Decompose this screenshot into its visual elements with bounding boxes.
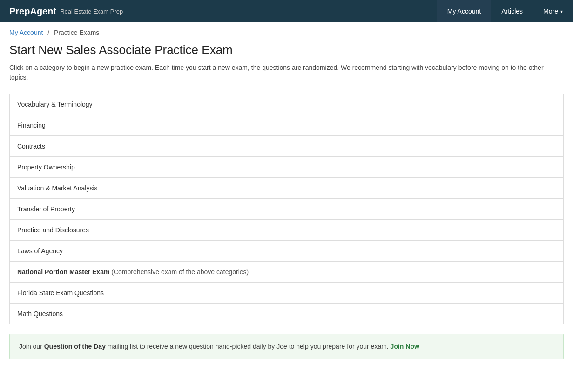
- page-description: Click on a category to begin a new pract…: [9, 63, 564, 82]
- newsletter-banner: Join our Question of the Day mailing lis…: [9, 334, 564, 359]
- breadcrumb-separator: /: [47, 29, 49, 36]
- exam-row[interactable]: Practice and Disclosures: [10, 220, 564, 241]
- exam-categories-table: Vocabulary & TerminologyFinancingContrac…: [9, 94, 564, 324]
- exam-category-label: Transfer of Property: [10, 199, 564, 220]
- exam-category-label: Property Ownership: [10, 157, 564, 178]
- exam-category-label: Math Questions: [10, 304, 564, 324]
- brand: PrepAgent Real Estate Exam Prep: [0, 0, 437, 22]
- exam-category-label: National Portion Master Exam: [17, 268, 109, 276]
- nav-my-account[interactable]: My Account: [437, 0, 491, 22]
- exam-row[interactable]: Florida State Exam Questions: [10, 283, 564, 304]
- exam-row[interactable]: Laws of Agency: [10, 241, 564, 262]
- exam-category-label: Practice and Disclosures: [10, 220, 564, 241]
- nav-more[interactable]: More ▾: [533, 0, 573, 22]
- exam-row[interactable]: Vocabulary & Terminology: [10, 94, 564, 115]
- newsletter-join-link[interactable]: Join Now: [391, 343, 419, 350]
- exam-category-label: Valuation & Market Analysis: [10, 178, 564, 199]
- breadcrumb-current: Practice Exams: [54, 29, 99, 36]
- main-nav: My Account Articles More ▾: [437, 0, 573, 22]
- exam-category-label: Financing: [10, 115, 564, 136]
- exam-category-label: Laws of Agency: [10, 241, 564, 262]
- breadcrumb: My Account / Practice Exams: [0, 22, 573, 43]
- main-content: Start New Sales Associate Practice Exam …: [0, 43, 573, 387]
- site-header: PrepAgent Real Estate Exam Prep My Accou…: [0, 0, 573, 22]
- exam-row[interactable]: Math Questions: [10, 304, 564, 324]
- page-title: Start New Sales Associate Practice Exam: [9, 43, 564, 57]
- exam-category-label: Contracts: [10, 136, 564, 157]
- newsletter-text-before: Join our: [19, 343, 44, 350]
- breadcrumb-parent-link[interactable]: My Account: [9, 29, 43, 36]
- chevron-down-icon: ▾: [560, 9, 563, 14]
- brand-name: PrepAgent: [9, 6, 56, 17]
- exam-row[interactable]: Contracts: [10, 136, 564, 157]
- exam-row[interactable]: Financing: [10, 115, 564, 136]
- exam-category-sub: (Comprehensive exam of the above categor…: [109, 268, 249, 276]
- exam-row[interactable]: National Portion Master Exam (Comprehens…: [10, 262, 564, 283]
- newsletter-highlight: Question of the Day: [44, 343, 106, 350]
- nav-articles[interactable]: Articles: [491, 0, 533, 22]
- exam-row[interactable]: Valuation & Market Analysis: [10, 178, 564, 199]
- exam-row[interactable]: Property Ownership: [10, 157, 564, 178]
- newsletter-text-after: mailing list to receive a new question h…: [106, 343, 389, 350]
- exam-row[interactable]: Transfer of Property: [10, 199, 564, 220]
- brand-tagline: Real Estate Exam Prep: [60, 8, 123, 15]
- exam-category-label: Florida State Exam Questions: [10, 283, 564, 304]
- exam-category-label: Vocabulary & Terminology: [10, 94, 564, 115]
